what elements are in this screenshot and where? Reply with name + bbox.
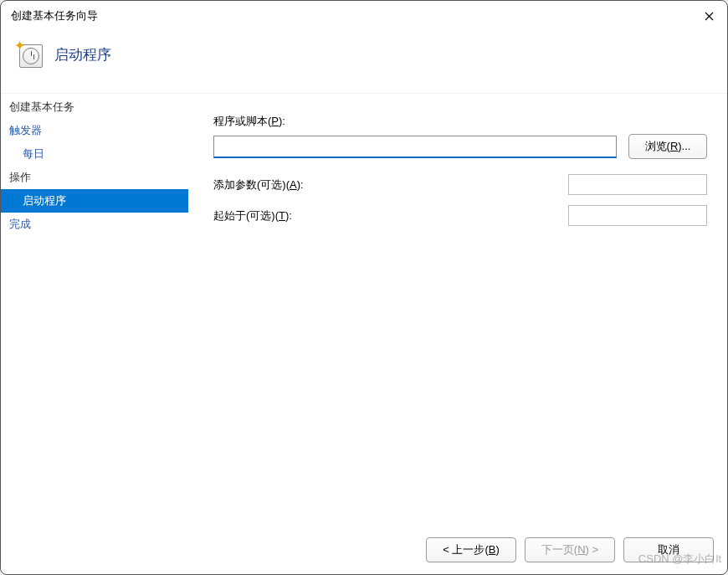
back-button[interactable]: < 上一步(B) xyxy=(426,537,516,562)
wizard-footer: < 上一步(B) 下一页(N) > 取消 xyxy=(1,526,727,574)
wizard-steps-sidebar: 创建基本任务 触发器 每日 操作 启动程序 完成 xyxy=(1,94,188,526)
page-title: 启动程序 xyxy=(54,45,111,64)
wizard-content: 程序或脚本(P): 浏览(R)... 添加参数(可选)(A): 起始于(可选)(… xyxy=(188,94,727,526)
startin-row: 起始于(可选)(T): xyxy=(213,205,707,226)
step-create-basic-task[interactable]: 创建基本任务 xyxy=(1,95,188,119)
browse-button[interactable]: 浏览(R)... xyxy=(628,134,707,159)
step-trigger[interactable]: 触发器 xyxy=(1,119,188,142)
step-action[interactable]: 操作 xyxy=(1,166,188,189)
program-script-input[interactable] xyxy=(213,136,617,158)
wizard-body: 创建基本任务 触发器 每日 操作 启动程序 完成 程序或脚本(P): 浏览(R)… xyxy=(1,93,727,526)
window-title: 创建基本任务向导 xyxy=(11,8,98,23)
step-finish[interactable]: 完成 xyxy=(1,213,188,236)
program-script-label-row: 程序或脚本(P): xyxy=(213,114,707,129)
arguments-label: 添加参数(可选)(A): xyxy=(213,177,304,193)
close-button[interactable] xyxy=(699,6,719,26)
wizard-window: 创建基本任务向导 ✦ 启动程序 创建基本任务 触发器 每日 操作 启动程序 完成… xyxy=(0,0,728,575)
program-script-label: 程序或脚本(P): xyxy=(213,114,285,129)
arguments-row: 添加参数(可选)(A): xyxy=(213,174,707,195)
titlebar: 创建基本任务向导 xyxy=(1,1,727,28)
arguments-input[interactable] xyxy=(568,174,707,195)
startin-input[interactable] xyxy=(568,205,707,226)
next-button[interactable]: 下一页(N) > xyxy=(525,537,615,562)
close-icon xyxy=(705,12,714,21)
step-start-program[interactable]: 启动程序 xyxy=(1,189,188,213)
wizard-header: ✦ 启动程序 xyxy=(1,28,727,93)
program-script-row: 浏览(R)... xyxy=(213,134,707,159)
step-trigger-daily[interactable]: 每日 xyxy=(1,142,188,166)
task-wizard-icon: ✦ xyxy=(16,41,43,68)
cancel-button[interactable]: 取消 xyxy=(623,537,714,562)
startin-label: 起始于(可选)(T): xyxy=(213,208,292,223)
